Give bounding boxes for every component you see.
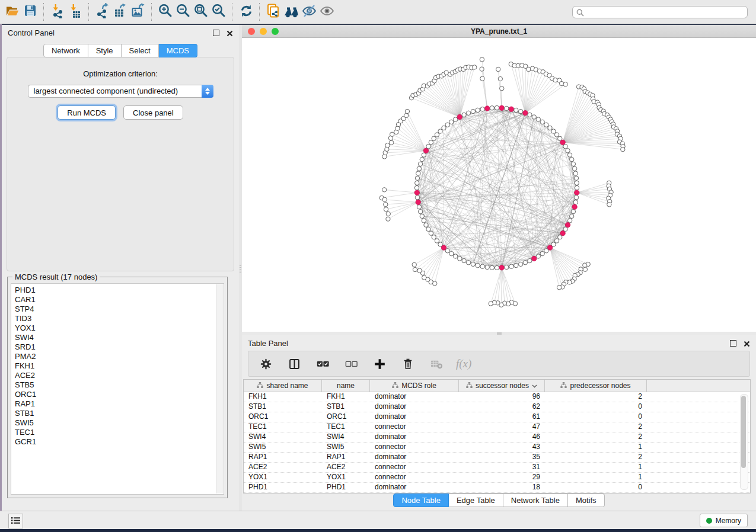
tab-edge-table[interactable]: Edge Table (449, 493, 503, 507)
export-image-button[interactable] (129, 3, 147, 21)
network-node[interactable] (548, 126, 552, 130)
mcds-result-node[interactable]: CAR1 (11, 295, 224, 305)
add-column-button[interactable] (371, 355, 388, 373)
mcds-node[interactable] (416, 200, 420, 204)
mcds-node[interactable] (523, 111, 528, 116)
network-node[interactable] (500, 86, 504, 91)
column-header-shared-name[interactable]: shared name (244, 380, 322, 392)
network-node[interactable] (571, 209, 575, 213)
network-node[interactable] (607, 203, 611, 207)
network-node[interactable] (386, 211, 390, 216)
mcds-node[interactable] (499, 105, 504, 110)
close-panel-icon[interactable] (744, 340, 750, 347)
close-panel-icon[interactable] (227, 30, 233, 36)
mcds-result-node[interactable]: YOX1 (11, 323, 224, 333)
mcds-result-node[interactable]: SRD1 (11, 342, 224, 352)
network-node[interactable] (563, 82, 567, 86)
network-node[interactable] (415, 176, 419, 180)
network-node[interactable] (416, 171, 420, 175)
table-settings-button[interactable] (257, 355, 275, 373)
table-row-ORC1[interactable]: ORC1ORC1dominator610 (244, 412, 750, 422)
network-node[interactable] (466, 261, 470, 265)
table-row-RAP1[interactable]: RAP1RAP1dominator352 (244, 453, 750, 463)
network-node[interactable] (462, 258, 466, 262)
network-node[interactable] (449, 251, 454, 255)
network-node[interactable] (528, 258, 532, 262)
network-node[interactable] (495, 105, 499, 110)
mcds-node[interactable] (423, 148, 428, 153)
network-node[interactable] (426, 144, 430, 148)
tab-motifs[interactable]: Motifs (568, 493, 605, 507)
network-node[interactable] (395, 126, 400, 130)
table-row-ACE2[interactable]: ACE2ACE2connector311 (244, 463, 750, 473)
network-node[interactable] (438, 242, 442, 246)
mcds-node[interactable] (414, 190, 419, 195)
network-node[interactable] (490, 265, 494, 270)
show-eye-button[interactable] (318, 3, 336, 21)
network-node[interactable] (621, 147, 625, 151)
network-node[interactable] (480, 67, 484, 71)
network-node[interactable] (480, 76, 484, 81)
table-scrollbar-track[interactable] (740, 394, 748, 490)
network-node[interactable] (435, 239, 439, 243)
float-panel-icon[interactable] (213, 30, 219, 36)
column-header-predecessor-nodes[interactable]: predecessor nodes (545, 380, 647, 392)
mcds-result-node[interactable]: GCR1 (11, 437, 224, 447)
network-node[interactable] (429, 231, 433, 235)
network-node[interactable] (573, 200, 578, 204)
network-node[interactable] (536, 117, 540, 121)
network-node[interactable] (554, 239, 559, 243)
table-row-STB1[interactable]: STB1STB1dominator620 (244, 402, 750, 412)
task-history-button[interactable] (8, 514, 23, 528)
network-node[interactable] (415, 181, 419, 185)
network-node[interactable] (505, 106, 509, 110)
mcds-node[interactable] (575, 190, 579, 195)
close-panel-button[interactable]: Close panel (123, 105, 183, 120)
save-session-button[interactable] (21, 3, 39, 21)
open-file-button[interactable] (4, 3, 21, 21)
table-row-SWI5[interactable]: SWI5SWI5connector431 (244, 443, 750, 453)
delete-column-button[interactable] (399, 355, 417, 373)
mcds-result-node[interactable]: ORC1 (11, 390, 224, 399)
mcds-node[interactable] (565, 223, 570, 227)
zoom-fit-button[interactable] (192, 3, 210, 21)
network-node[interactable] (389, 140, 393, 145)
network-node[interactable] (418, 209, 422, 213)
export-network-button[interactable] (94, 3, 111, 21)
deselect-all-button[interactable] (342, 355, 360, 373)
network-canvas[interactable] (242, 38, 756, 332)
mcds-node[interactable] (499, 265, 504, 270)
network-node[interactable] (518, 262, 522, 266)
network-node[interactable] (505, 265, 509, 269)
network-node[interactable] (485, 265, 489, 269)
network-node[interactable] (476, 263, 480, 267)
network-node[interactable] (498, 76, 502, 81)
zoom-selected-button[interactable] (210, 3, 228, 21)
network-node[interactable] (476, 108, 480, 112)
mcds-node[interactable] (509, 107, 513, 111)
search-binoculars-button[interactable] (282, 3, 300, 21)
network-node[interactable] (557, 286, 561, 290)
network-node[interactable] (553, 78, 557, 82)
tab-network-table[interactable]: Network Table (503, 493, 568, 507)
tab-select[interactable]: Select (122, 44, 159, 57)
float-panel-icon[interactable] (730, 340, 736, 347)
network-node[interactable] (404, 113, 408, 117)
mcds-result-list[interactable]: PHD1CAR1STP4TID3YOX1SWI4SRD1PMA2FKH1ACE2… (11, 283, 224, 495)
mcds-result-node[interactable]: TID3 (11, 314, 224, 323)
network-node[interactable] (570, 214, 574, 218)
network-node[interactable] (573, 171, 578, 175)
column-header-name[interactable]: name (322, 380, 370, 392)
network-node[interactable] (527, 67, 531, 71)
network-node[interactable] (385, 147, 389, 151)
network-node[interactable] (432, 235, 436, 239)
show-columns-button[interactable] (285, 355, 303, 373)
network-node[interactable] (490, 106, 494, 110)
network-node[interactable] (458, 257, 462, 261)
mcds-result-node[interactable]: STP4 (11, 305, 224, 314)
network-node[interactable] (496, 67, 500, 71)
zoom-in-button[interactable] (157, 3, 174, 21)
network-node[interactable] (413, 267, 417, 271)
network-node[interactable] (453, 117, 457, 121)
run-mcds-button[interactable]: Run MCDS (58, 105, 116, 120)
